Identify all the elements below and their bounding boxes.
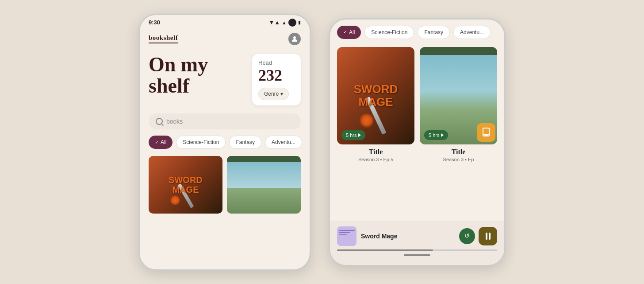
panel-book-sword-mage[interactable]: SWORDMAGE 5 hrs Title Season 3 • Ep 5	[337, 47, 414, 164]
hero-title-block: On my shelf	[149, 54, 248, 97]
camera-dot	[288, 19, 296, 27]
pause-bar-right	[489, 233, 491, 240]
search-icon	[156, 118, 163, 125]
check-icon: ✓	[343, 29, 347, 35]
right-panel: ✓ All Science-Fiction Fantasy Adventu...…	[329, 18, 506, 266]
left-phone: 9:30 ▼▲ ▲ ▮ bookshelf On my shelf Read 2…	[138, 14, 311, 271]
status-icons: ▼▲ ▲ ▮	[268, 19, 301, 27]
replay-icon: ↺	[464, 232, 470, 240]
filter-row: ✓ All Science-Fiction Fantasy Adventu...	[140, 133, 310, 152]
avatar-button[interactable]	[288, 33, 301, 45]
search-input[interactable]: books	[166, 118, 183, 125]
now-playing-controls: ↺	[459, 227, 497, 245]
pause-bar-left	[486, 233, 487, 240]
search-container: books	[140, 110, 310, 133]
check-icon: ✓	[155, 140, 159, 145]
sword-mage-cover-title: SWORDMAGE	[169, 175, 203, 195]
play-icon-2	[441, 133, 444, 137]
wifi-icon: ▲	[282, 20, 287, 25]
replay-button[interactable]: ↺	[459, 228, 475, 244]
thumbnail-lines	[339, 230, 355, 237]
panel-filter-science-fiction[interactable]: Science-Fiction	[364, 26, 414, 39]
filter-science-fiction[interactable]: Science-Fiction	[176, 136, 226, 149]
large-orb	[360, 114, 373, 127]
bookmark-button[interactable]	[477, 123, 495, 142]
thumb-line-3	[339, 234, 347, 235]
panel-filter-adventure[interactable]: Adventu...	[453, 26, 491, 39]
now-playing-title: Sword Mage	[361, 233, 455, 240]
battery-icon: ▮	[298, 19, 301, 25]
chevron-down-icon: ▾	[280, 91, 283, 97]
desert-header-bar	[227, 156, 301, 162]
panel-books-grid: SWORDMAGE 5 hrs Title Season 3 • Ep 5	[330, 43, 504, 167]
now-playing-progress[interactable]	[337, 249, 497, 251]
hero-title: On my shelf	[149, 54, 248, 97]
duration-badge-1: 5 hrs	[341, 130, 365, 140]
read-count: 232	[258, 67, 295, 85]
search-bar[interactable]: books	[149, 113, 301, 129]
panel-book-desert[interactable]: 5 hrs Title Season 3 • Ep	[420, 47, 497, 164]
book-card-sword-mage[interactable]: SWORDMAGE	[149, 156, 222, 214]
book-info-desert: Title Season 3 • Ep	[420, 144, 497, 164]
book-grid: SWORDMAGE	[140, 152, 310, 218]
filter-all[interactable]: ✓ All	[149, 136, 172, 149]
progress-fill	[337, 249, 433, 251]
filter-fantasy[interactable]: Fantasy	[229, 136, 261, 149]
filter-adventure[interactable]: Adventu...	[265, 136, 302, 149]
now-playing-thumbnail	[337, 226, 356, 246]
thumb-line-2	[339, 232, 350, 233]
status-time: 9:30	[149, 19, 160, 26]
hero-section: On my shelf Read 232 Genre ▾	[140, 50, 310, 110]
pause-button[interactable]	[479, 227, 497, 245]
status-bar: 9:30 ▼▲ ▲ ▮	[140, 15, 310, 30]
now-playing-bar: Sword Mage ↺	[330, 221, 504, 265]
desert-top-bar	[420, 47, 497, 55]
thumb-line-1	[339, 230, 355, 231]
app-header: bookshelf	[140, 30, 310, 50]
panel-filter-fantasy[interactable]: Fantasy	[418, 26, 450, 39]
svg-point-0	[293, 36, 296, 39]
sword-mage-large-title: SWORDMAGE	[354, 83, 398, 108]
signal-icon: ▼▲	[268, 19, 280, 26]
panel-filter-all[interactable]: ✓ All	[337, 26, 361, 39]
play-icon	[358, 133, 361, 137]
book-card-desert[interactable]	[227, 156, 301, 214]
desert-ground	[227, 188, 301, 214]
sword-mage-card[interactable]: SWORDMAGE 5 hrs	[337, 47, 414, 144]
panel-filter-row: ✓ All Science-Fiction Fantasy Adventu...	[330, 19, 504, 43]
app-logo: bookshelf	[149, 34, 178, 43]
genre-filter[interactable]: Genre ▾	[258, 88, 289, 100]
orb-decoration	[171, 196, 180, 205]
duration-badge-2: 5 hrs	[424, 130, 448, 140]
read-label: Read	[258, 59, 295, 66]
book-info-sword-mage: Title Season 3 • Ep 5	[337, 144, 414, 164]
now-playing-row: Sword Mage ↺	[337, 226, 497, 246]
home-indicator	[404, 254, 430, 256]
read-card: Read 232 Genre ▾	[252, 54, 301, 106]
